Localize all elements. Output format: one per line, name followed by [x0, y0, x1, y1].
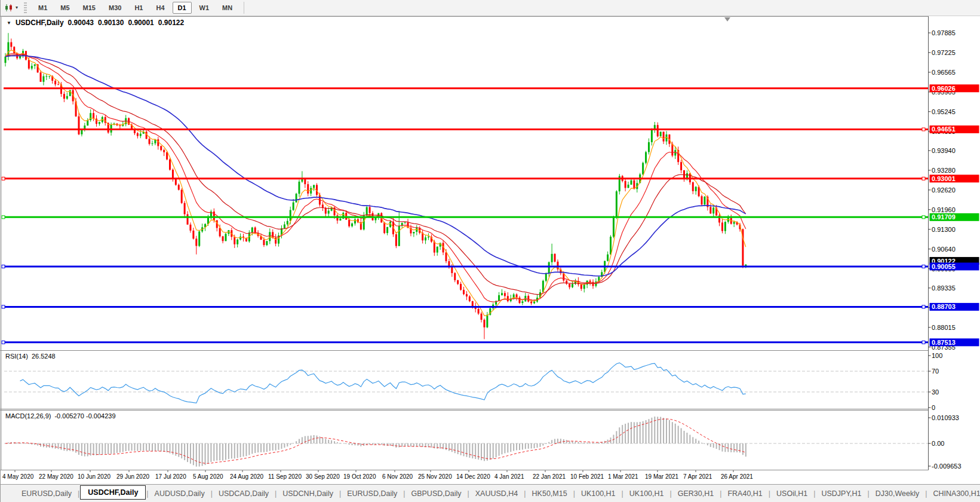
chart-background [1, 16, 980, 484]
open-value: 0.90043 [68, 19, 94, 27]
close-value: 0.90122 [158, 19, 184, 27]
tab-usdjpy-h1[interactable]: USDJPY,H1 [816, 488, 867, 500]
timeframe-button-mn[interactable]: MN [217, 2, 238, 14]
tab-separator: | [403, 489, 405, 498]
rsi-axis-label: 30 [932, 388, 939, 396]
tab-separator: | [146, 489, 148, 498]
rsi-axis-label: 0 [932, 404, 935, 411]
hline-price-text: 0.88703 [932, 303, 956, 310]
macd-indicator-label: MACD(12,26,9) -0.005270 -0.004239 [5, 412, 116, 420]
y-axis-tick-label: 0.91960 [932, 206, 956, 213]
y-axis-tick-label: 0.88015 [932, 324, 956, 331]
timeframe-button-d1[interactable]: D1 [173, 2, 192, 14]
tab-xauusd-h4[interactable]: XAUUSD,H4 [470, 488, 524, 500]
x-axis-date-label: 10 Feb 2021 [570, 473, 604, 480]
tab-uk100-h1[interactable]: UK100,H1 [576, 488, 621, 500]
timeframe-buttons: M1M5M15M30H1H4D1W1MN [32, 2, 239, 14]
x-axis-date-label: 6 Nov 2020 [382, 473, 413, 480]
tab-separator: | [211, 489, 213, 498]
chevron-down-icon: ▾ [16, 5, 18, 10]
x-axis-date-label: 26 Apr 2021 [721, 473, 753, 480]
tab-separator: | [622, 489, 623, 498]
symbol-label: USDCHF,Daily [16, 19, 64, 27]
x-axis-date-label: 24 Aug 2020 [230, 473, 264, 480]
tab-dj30-weekly[interactable]: DJ30,Weekly [870, 488, 924, 500]
tab-usdcad-daily[interactable]: USDCAD,Daily [213, 488, 274, 500]
x-axis-date-label: 30 Sep 2020 [306, 473, 340, 480]
rsi-name: RSI(14) [5, 353, 28, 360]
high-value: 0.90130 [98, 19, 124, 27]
hline-price-text: 0.91709 [932, 213, 956, 221]
tab-ger30-h1[interactable]: GER30,H1 [672, 488, 719, 500]
y-axis-tick-label: 0.93940 [932, 147, 956, 154]
hline-price-text: 0.87513 [932, 339, 956, 346]
x-axis-date-label: 22 Jan 2021 [533, 473, 566, 480]
timeframe-button-h1[interactable]: H1 [129, 2, 148, 14]
tab-usoil-h1[interactable]: USOil,H1 [771, 488, 813, 500]
tab-usdcnh-daily[interactable]: USDCNH,Daily [277, 488, 339, 500]
tab-gbpusd-daily[interactable]: GBPUSD,Daily [405, 488, 466, 500]
x-axis-date-label: 19 Oct 2020 [343, 473, 376, 480]
tab-audusd-daily[interactable]: AUDUSD,Daily [149, 488, 210, 500]
rsi-axis-label: 100 [932, 352, 942, 359]
collapse-indicator-icon[interactable]: ▼ [7, 20, 11, 26]
chart-title: ▼ USDCHF,Daily 0.90043 0.90130 0.90001 0… [7, 19, 184, 27]
timeframe-button-w1[interactable]: W1 [194, 2, 215, 14]
tab-separator: | [468, 489, 469, 498]
tab-separator: | [813, 489, 815, 498]
low-value: 0.90001 [128, 19, 153, 27]
timeframe-button-m1[interactable]: M1 [33, 2, 53, 14]
hline-price-text: 0.90055 [932, 263, 956, 270]
tab-eurusd-daily[interactable]: EURUSD,Daily [16, 488, 77, 500]
symbol-tab-bar: EURUSD,Daily|USDCHF,Daily|AUDUSD,Daily|U… [1, 484, 980, 502]
trading-terminal-window: ▾ M1M5M15M30H1H4D1W1MN 0.978850.972250.9… [0, 0, 980, 502]
x-axis-date-label: 4 Jan 2021 [494, 473, 524, 480]
tab-hk50-m15[interactable]: HK50,M15 [527, 488, 573, 500]
rsi-indicator-label: RSI(14) 26.5248 [5, 353, 56, 360]
tab-separator: | [769, 489, 770, 498]
x-axis-date-label: 17 Jul 2020 [155, 473, 186, 480]
x-axis-date-label: 5 Aug 2020 [193, 473, 223, 480]
toolbar-grip[interactable] [24, 2, 27, 13]
y-axis-tick-label: 0.97225 [932, 49, 956, 56]
tab-usdchf-daily[interactable]: USDCHF,Daily [80, 485, 146, 500]
hline-price-text: 0.94651 [932, 126, 956, 133]
y-axis-tick-label: 0.89335 [932, 284, 956, 292]
timeframe-button-m15[interactable]: M15 [78, 2, 101, 14]
timeframe-button-h4[interactable]: H4 [150, 2, 170, 14]
toolbar-separator [244, 2, 244, 14]
x-axis-date-label: 10 Jun 2020 [78, 473, 110, 480]
tab-separator: | [339, 489, 341, 498]
tab-separator: | [925, 489, 927, 498]
tab-china300-h1[interactable]: CHINA300,H1 [928, 488, 980, 500]
y-axis-tick-label: 0.96565 [932, 69, 956, 76]
tab-eurusd-daily[interactable]: EURUSD,Daily [342, 488, 403, 500]
macd-axis-label: 0.00 [932, 440, 944, 447]
x-axis-date-label: 29 Jun 2020 [116, 473, 149, 480]
timeframe-button-m5[interactable]: M5 [55, 2, 75, 14]
timeframe-button-m30[interactable]: M30 [103, 2, 127, 14]
macd-axis-label: -0.009653 [932, 463, 961, 470]
y-axis-tick-label: 0.95245 [932, 108, 956, 115]
rsi-current-value: 26.5248 [32, 353, 56, 360]
x-axis-date-label: 22 May 2020 [39, 473, 73, 480]
y-axis-tick-label: 0.92620 [932, 186, 956, 194]
y-axis-tick-label: 0.91300 [932, 226, 956, 233]
tab-separator: | [78, 489, 79, 498]
chart-canvas[interactable]: 0.978850.972250.965650.959050.952450.945… [1, 16, 980, 484]
tab-uk100-h1[interactable]: UK100,H1 [624, 488, 669, 500]
tab-separator: | [275, 489, 277, 498]
x-axis-date-label: 7 Apr 2021 [683, 473, 712, 480]
macd-current-values: -0.005270 -0.004239 [54, 412, 115, 420]
tab-separator: | [720, 489, 721, 498]
x-axis-date-label: 14 Dec 2020 [456, 473, 490, 480]
x-axis-date-label: 4 May 2020 [2, 473, 34, 480]
x-axis-date-label: 25 Nov 2020 [418, 473, 452, 480]
rsi-axis-label: 70 [932, 368, 939, 375]
y-axis-tick-label: 0.97885 [932, 29, 956, 36]
candlestick-chart-icon [4, 4, 14, 12]
tab-fra40-h1[interactable]: FRA40,H1 [722, 488, 767, 500]
tab-separator: | [524, 489, 526, 498]
chart-type-button[interactable]: ▾ [1, 1, 21, 14]
y-axis-tick-label: 0.93280 [932, 167, 956, 174]
